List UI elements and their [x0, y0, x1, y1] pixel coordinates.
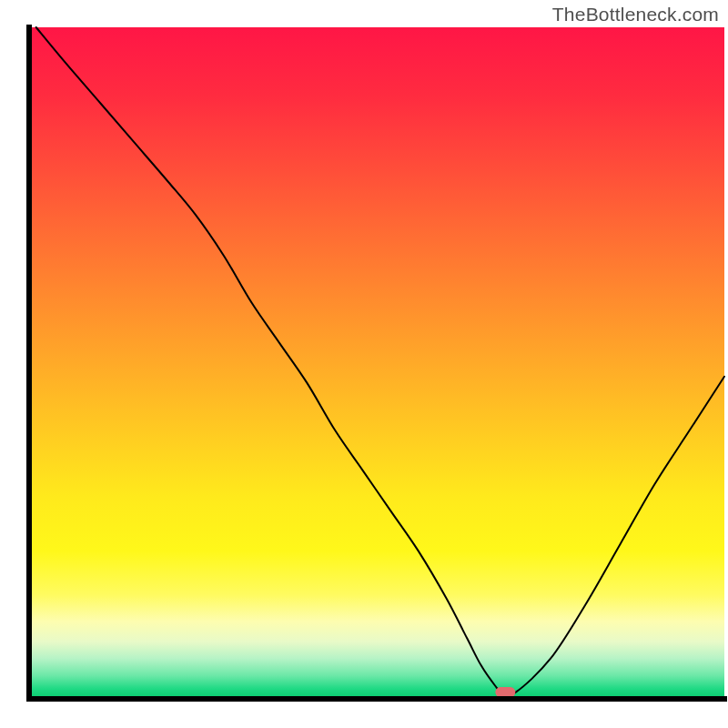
chart-container: TheBottleneck.com [0, 0, 728, 728]
optimal-point-marker [495, 687, 515, 697]
bottleneck-chart [0, 0, 728, 728]
chart-background-gradient [29, 27, 724, 699]
watermark-text: TheBottleneck.com [552, 4, 719, 25]
